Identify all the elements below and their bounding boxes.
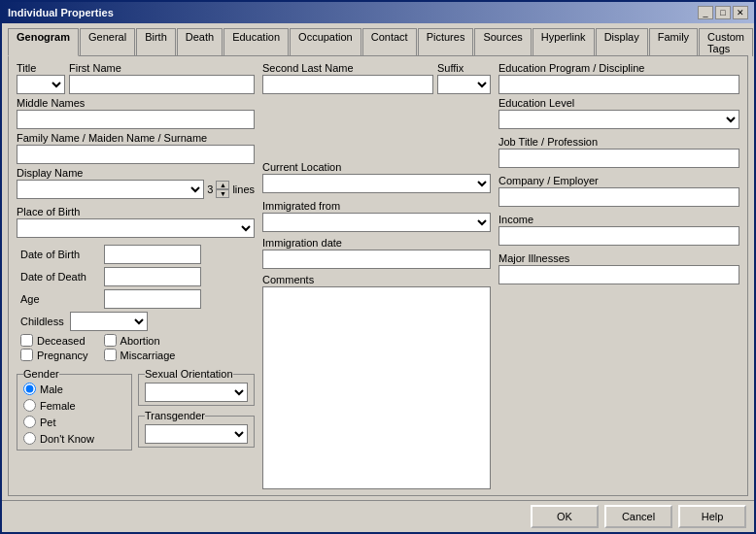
close-button[interactable]: ✕: [733, 6, 748, 19]
family-name-input[interactable]: [17, 145, 255, 164]
major-illnesses-label: Major Illnesses: [498, 252, 739, 264]
childless-select[interactable]: [70, 312, 148, 331]
tab-pictures[interactable]: Pictures: [418, 28, 474, 56]
sexual-orientation-select[interactable]: [145, 383, 248, 402]
date-of-birth-input[interactable]: [104, 245, 201, 264]
transgender-legend: Transgender: [145, 410, 205, 421]
transgender-select[interactable]: [145, 424, 248, 444]
abortion-checkbox[interactable]: [104, 334, 117, 347]
help-button[interactable]: Help: [678, 505, 746, 528]
tab-occupation[interactable]: Occupation: [290, 28, 361, 56]
miscarriage-checkbox[interactable]: [104, 349, 117, 361]
tab-genogram[interactable]: Genogram: [8, 28, 79, 56]
immigrated-from-select[interactable]: [262, 213, 491, 232]
suffix-select[interactable]: [437, 75, 491, 94]
education-program-input[interactable]: [498, 75, 739, 94]
family-name-label: Family Name / Maiden Name / Surname: [17, 132, 255, 144]
gender-legend: Gender: [23, 368, 59, 380]
cancel-button[interactable]: Cancel: [604, 505, 672, 528]
company-employer-label: Company / Employer: [498, 175, 739, 186]
current-location-label: Current Location: [262, 161, 491, 173]
tab-hyperlink[interactable]: Hyperlink: [533, 28, 595, 56]
window-title: Individual Properties: [8, 7, 114, 18]
tab-general[interactable]: General: [80, 28, 135, 56]
place-of-birth-select[interactable]: [17, 218, 255, 238]
age-label: Age: [20, 293, 98, 305]
miscarriage-label: Miscarriage: [120, 350, 176, 361]
abortion-label: Abortion: [120, 335, 160, 347]
first-name-input[interactable]: [69, 75, 255, 94]
lines-spinner: ▲ ▼: [216, 181, 229, 198]
gender-female-label: Female: [40, 400, 76, 412]
display-name-select[interactable]: [17, 180, 204, 199]
lines-label: lines: [232, 184, 255, 195]
middle-names-label: Middle Names: [17, 97, 255, 109]
current-location-select[interactable]: [262, 174, 491, 193]
income-label: Income: [498, 214, 739, 225]
suffix-label: Suffix: [437, 62, 491, 74]
tab-family[interactable]: Family: [649, 28, 698, 56]
title-label: Title: [17, 62, 65, 74]
middle-names-input[interactable]: [17, 110, 255, 129]
spin-down[interactable]: ▼: [216, 189, 229, 198]
date-of-death-input[interactable]: [104, 267, 201, 286]
title-bar: Individual Properties _ □ ✕: [2, 2, 754, 23]
minimize-button[interactable]: _: [698, 6, 713, 19]
tab-sources[interactable]: Sources: [474, 28, 531, 56]
immigrated-from-label: Immigrated from: [262, 200, 491, 212]
comments-label: Comments: [262, 274, 491, 285]
tab-bar: Genogram General Birth Death Education O…: [8, 27, 748, 55]
display-name-label: Display Name: [17, 167, 255, 179]
company-employer-input[interactable]: [498, 187, 739, 207]
childless-label: Childless: [20, 316, 64, 327]
tab-panel: Title First Name Middle Names: [8, 55, 748, 496]
deceased-label: Deceased: [37, 335, 86, 347]
content-area: Genogram General Birth Death Education O…: [2, 23, 754, 500]
gender-female-radio[interactable]: [23, 399, 36, 412]
window-controls: _ □ ✕: [698, 6, 748, 19]
education-level-label: Education Level: [498, 97, 739, 109]
comments-textarea[interactable]: [262, 286, 491, 489]
gender-male-label: Male: [40, 384, 63, 395]
title-select[interactable]: [17, 75, 65, 94]
place-of-birth-label: Place of Birth: [17, 206, 255, 217]
deceased-checkbox[interactable]: [20, 334, 33, 347]
education-level-select[interactable]: [498, 110, 739, 129]
second-last-name-input[interactable]: [262, 75, 433, 94]
pregnancy-label: Pregnancy: [37, 350, 88, 361]
major-illnesses-input[interactable]: [498, 265, 739, 284]
sexual-orientation-legend: Sexual Orientation: [145, 368, 233, 380]
gender-dontknow-label: Don't Know: [40, 433, 94, 445]
gender-dontknow-radio[interactable]: [23, 432, 36, 445]
spin-up[interactable]: ▲: [216, 181, 229, 189]
immigration-date-input[interactable]: [262, 250, 491, 269]
gender-pet-radio[interactable]: [23, 416, 36, 428]
job-title-input[interactable]: [498, 149, 739, 168]
tab-contact[interactable]: Contact: [362, 28, 417, 56]
lines-value: 3: [207, 184, 213, 195]
maximize-button[interactable]: □: [715, 6, 731, 19]
gender-pet-label: Pet: [40, 417, 56, 428]
main-window: Individual Properties _ □ ✕ Genogram Gen…: [0, 0, 756, 534]
tab-birth[interactable]: Birth: [136, 28, 176, 56]
tab-death[interactable]: Death: [177, 28, 223, 56]
income-input[interactable]: [498, 226, 739, 246]
age-input[interactable]: [104, 289, 201, 309]
ok-button[interactable]: OK: [531, 505, 599, 528]
second-last-name-label: Second Last Name: [262, 62, 433, 74]
bottom-bar: OK Cancel Help: [2, 500, 754, 532]
tab-display[interactable]: Display: [596, 28, 648, 56]
first-name-label: First Name: [69, 62, 255, 74]
tab-education[interactable]: Education: [223, 28, 289, 56]
date-of-death-label: Date of Death: [20, 271, 98, 283]
tab-custom-tags[interactable]: Custom Tags: [699, 28, 753, 56]
date-of-birth-label: Date of Birth: [20, 249, 98, 260]
immigration-date-label: Immigration date: [262, 237, 491, 249]
pregnancy-checkbox[interactable]: [20, 349, 33, 361]
gender-male-radio[interactable]: [23, 383, 36, 395]
job-title-label: Job Title / Profession: [498, 136, 739, 148]
education-program-label: Education Program / Discipline: [498, 62, 739, 74]
